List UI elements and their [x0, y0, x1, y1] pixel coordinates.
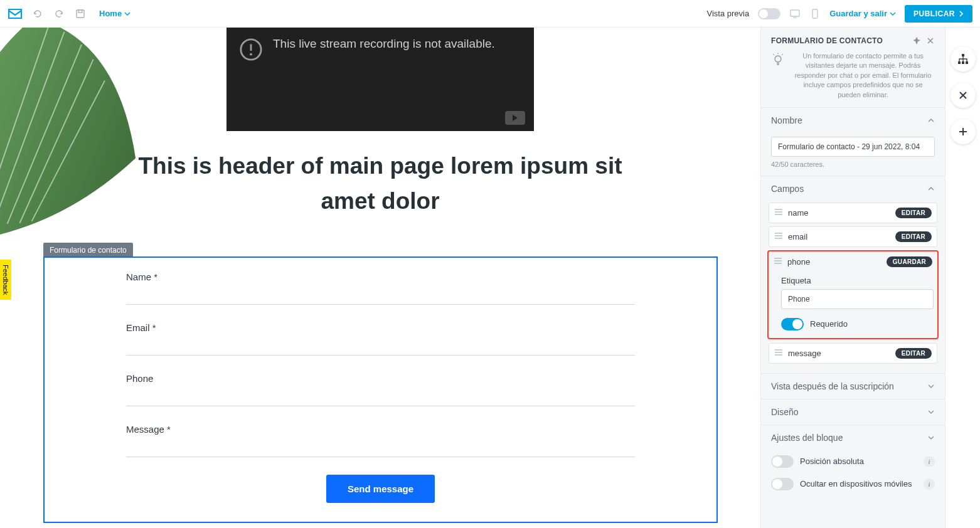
field-row-phone-expanded: phone GUARDAR Etiqueta Requerido: [767, 250, 939, 339]
form-field-phone: Phone: [126, 373, 635, 406]
main: Feedback This live stream recording is n…: [0, 28, 980, 528]
topbar-left: Home: [8, 8, 130, 20]
close-icon[interactable]: [926, 36, 935, 45]
lightbulb-icon: [771, 53, 785, 66]
name-input[interactable]: [126, 287, 635, 305]
field-row-email[interactable]: email EDITAR: [769, 226, 937, 247]
phone-label: Phone: [126, 373, 635, 384]
save-field-button[interactable]: GUARDAR: [887, 256, 932, 267]
preview-toggle[interactable]: [758, 8, 780, 19]
info-icon[interactable]: i: [924, 478, 935, 490]
ocultar-movil-toggle[interactable]: [771, 478, 794, 490]
edit-button[interactable]: EDITAR: [895, 348, 932, 359]
message-input[interactable]: [126, 440, 635, 457]
svg-line-16: [773, 54, 774, 55]
ocultar-movil-label: Ocultar en dispositivos móviles: [800, 479, 917, 488]
publish-button-label: PUBLICAR: [913, 9, 955, 18]
svg-rect-2: [791, 10, 799, 16]
drag-handle-icon[interactable]: [774, 232, 783, 241]
chevron-right-icon: [959, 11, 964, 17]
redo-icon[interactable]: [53, 8, 65, 20]
form-field-message: Message *: [126, 424, 635, 457]
video-embed[interactable]: This live stream recording is not availa…: [226, 28, 534, 131]
contact-form-block[interactable]: Name * Email * Phone Message * Send mess…: [43, 256, 718, 523]
edit-button[interactable]: EDITAR: [895, 231, 932, 242]
svg-rect-1: [78, 10, 82, 13]
pos-absoluta-toggle[interactable]: [771, 455, 794, 468]
sitemap-tool[interactable]: [951, 46, 976, 71]
section-head-diseno[interactable]: Diseño: [761, 399, 945, 425]
form-name-input[interactable]: [771, 137, 935, 157]
svg-rect-33: [962, 61, 964, 64]
drag-handle-icon[interactable]: [774, 349, 783, 358]
app-logo[interactable]: [8, 8, 23, 19]
info-icon[interactable]: i: [924, 456, 935, 467]
field-label: email: [788, 232, 890, 241]
section-head-campos[interactable]: Campos: [761, 176, 945, 201]
name-label: Name *: [126, 272, 635, 282]
mobile-icon[interactable]: [809, 8, 821, 19]
svg-point-12: [250, 53, 252, 56]
save-exit-link[interactable]: Guardar y salir: [829, 9, 896, 18]
svg-line-15: [782, 54, 783, 55]
section-head-ajustes[interactable]: Ajustes del bloque: [761, 425, 945, 450]
section-nombre: Nombre 42/50 caracteres.: [761, 107, 945, 176]
drag-handle-icon[interactable]: [774, 257, 782, 267]
section-title-campos: Campos: [771, 184, 804, 194]
undo-icon[interactable]: [31, 8, 44, 20]
drag-handle-icon[interactable]: [774, 208, 783, 218]
send-button[interactable]: Send message: [326, 475, 435, 503]
required-toggle[interactable]: [781, 318, 804, 330]
section-vista-susc: Vista después de la suscripción: [761, 373, 945, 399]
required-label: Requerido: [810, 319, 848, 329]
svg-rect-0: [77, 10, 84, 18]
chevron-down-icon: [890, 12, 896, 16]
save-icon[interactable]: [74, 8, 87, 20]
close-tool[interactable]: [951, 83, 976, 108]
svg-rect-31: [962, 54, 964, 56]
svg-rect-4: [812, 9, 818, 18]
option-ocultar-movil: Ocultar en dispositivos móviles i: [761, 473, 945, 495]
phone-input[interactable]: [126, 389, 635, 406]
etiqueta-input[interactable]: [781, 289, 934, 309]
publish-button[interactable]: PUBLICAR: [905, 5, 972, 23]
youtube-icon[interactable]: [505, 111, 525, 125]
field-row-message[interactable]: message EDITAR: [769, 343, 937, 364]
panel-header: FORMULARIO DE CONTACTO: [761, 28, 945, 51]
option-pos-absoluta: Posición absoluta i: [761, 450, 945, 473]
chevron-up-icon: [927, 115, 935, 125]
home-link[interactable]: Home: [99, 9, 130, 18]
section-title: Vista después de la suscripción: [771, 381, 894, 391]
vista-previa-label: Vista previa: [707, 9, 750, 18]
section-head-vista-susc[interactable]: Vista después de la suscripción: [761, 374, 945, 399]
pin-icon[interactable]: [912, 36, 921, 45]
form-field-email: Email *: [126, 322, 635, 356]
field-row-name[interactable]: name EDITAR: [769, 203, 937, 223]
section-diseno: Diseño: [761, 399, 945, 425]
svg-point-13: [775, 56, 781, 62]
tip-text: Un formulario de contacto permite a tus …: [791, 51, 935, 100]
edit-button[interactable]: EDITAR: [895, 208, 932, 218]
field-label: name: [788, 208, 890, 218]
section-title-nombre: Nombre: [771, 115, 802, 125]
topbar-right: Vista previa Guardar y salir PUBLICAR: [707, 5, 972, 23]
char-count: 42/50 caracteres.: [771, 161, 935, 168]
topbar: Home Vista previa Guardar y salir PUBLIC…: [0, 0, 980, 28]
etiqueta-label: Etiqueta: [781, 276, 934, 285]
chevron-down-icon: [927, 381, 935, 391]
page-heading: This is header of main page lorem ipsum …: [123, 149, 637, 218]
email-label: Email *: [126, 322, 635, 333]
properties-panel: FORMULARIO DE CONTACTO Un formulario de …: [760, 28, 945, 528]
field-label: message: [788, 349, 890, 358]
right-toolbar: [945, 28, 980, 528]
home-link-label: Home: [99, 9, 122, 18]
field-label: phone: [787, 257, 881, 267]
desktop-icon[interactable]: [789, 8, 801, 19]
section-head-nombre[interactable]: Nombre: [761, 108, 945, 133]
warning-icon: [239, 38, 263, 61]
email-input[interactable]: [126, 338, 635, 356]
chevron-down-icon: [927, 433, 935, 442]
add-tool[interactable]: [951, 119, 976, 144]
message-label: Message *: [126, 424, 635, 435]
tip-row: Un formulario de contacto permite a tus …: [761, 51, 945, 107]
